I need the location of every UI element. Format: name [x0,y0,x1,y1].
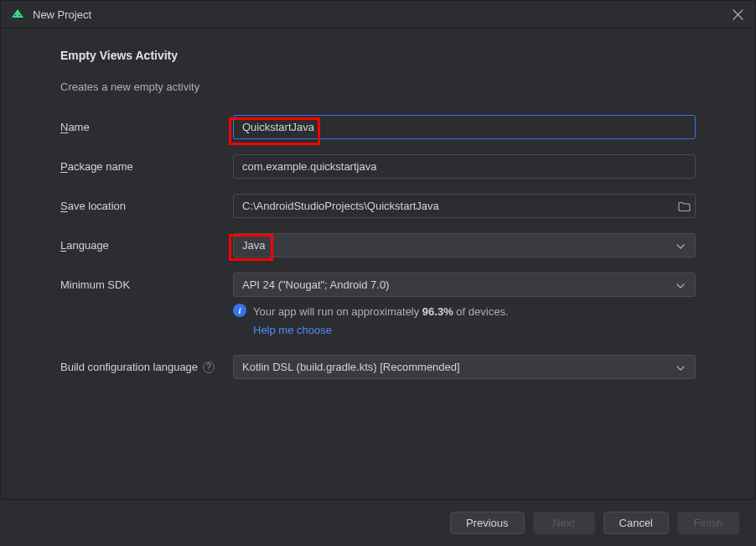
min-sdk-info: i Your app will run on approximately 96.… [233,304,696,338]
row-name: Name [60,115,696,139]
min-sdk-value: API 24 ("Nougat"; Android 7.0) [242,278,389,291]
chevron-down-icon [676,239,685,252]
build-config-select-wrap: Kotlin DSL (build.gradle.kts) [Recommend… [233,355,696,379]
close-icon[interactable] [733,9,743,23]
chevron-down-icon [676,361,685,373]
page-title: Empty Views Activity [60,49,696,62]
help-icon[interactable]: ? [203,361,215,373]
row-language: Language Java [60,233,696,257]
help-me-choose-link[interactable]: Help me choose [253,322,509,339]
save-location-input[interactable] [233,194,696,218]
package-input-wrap [233,154,696,179]
label-language: Language [60,239,233,252]
row-build-config: Build configuration language ? Kotlin DS… [60,355,696,379]
min-sdk-select-wrap: API 24 ("Nougat"; Android 7.0) [233,273,696,297]
finish-button: Finish [677,512,739,534]
label-build-config: Build configuration language ? [60,361,233,373]
dialog-footer: Previous Next Cancel Finish [0,499,756,546]
browse-folder-icon[interactable] [678,200,691,211]
build-config-value: Kotlin DSL (build.gradle.kts) [Recommend… [242,361,460,373]
previous-button[interactable]: Previous [450,512,525,534]
page-subtitle: Creates a new empty activity [60,81,696,93]
window-title: New Project [33,8,91,21]
label-save-location: Save location [60,200,233,212]
device-coverage-text: Your app will run on approximately 96.3%… [253,304,509,338]
chevron-down-icon [676,278,685,291]
save-location-input-wrap [233,194,696,218]
info-icon: i [233,304,246,317]
package-input[interactable] [233,154,696,179]
next-button: Next [533,512,595,534]
app-logo-icon [11,8,24,21]
row-save-location: Save location [60,194,696,218]
dialog-content: Empty Views Activity Creates a new empty… [1,29,755,379]
label-name: Name [60,121,233,133]
name-input[interactable] [233,115,696,139]
label-package: Package name [60,160,233,173]
language-value: Java [242,239,265,252]
row-package: Package name [60,154,696,179]
titlebar: New Project [1,1,755,29]
min-sdk-select[interactable]: API 24 ("Nougat"; Android 7.0) [233,273,696,297]
svg-point-0 [15,15,17,17]
name-input-wrap [233,115,696,139]
cancel-button[interactable]: Cancel [603,512,669,534]
svg-point-1 [19,15,21,17]
build-config-select[interactable]: Kotlin DSL (build.gradle.kts) [Recommend… [233,355,696,379]
language-select-wrap: Java [233,233,696,257]
row-min-sdk: Minimum SDK API 24 ("Nougat"; Android 7.… [60,273,696,297]
language-select[interactable]: Java [233,233,696,257]
label-min-sdk: Minimum SDK [60,278,233,291]
